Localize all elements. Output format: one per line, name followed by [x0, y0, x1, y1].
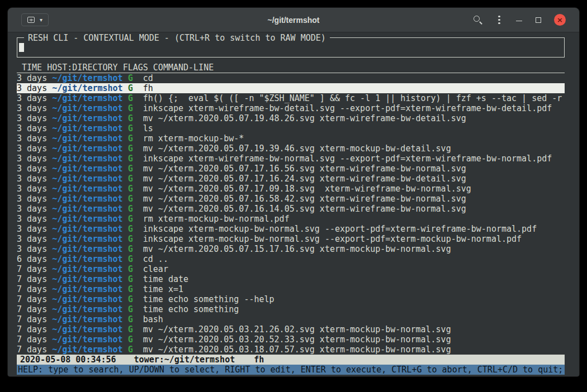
row-time: 3 days — [17, 164, 47, 174]
history-row[interactable]: 3 days ~/git/termshot G mv ~/xterm.2020.… — [17, 194, 565, 204]
row-time: 6 days — [17, 254, 47, 264]
history-row[interactable]: 6 days ~/git/termshot G cd .. — [17, 254, 565, 264]
row-flags: G — [128, 224, 133, 234]
history-row[interactable]: 3 days ~/git/termshot G mv ~/xterm.2020.… — [17, 144, 565, 154]
row-time: 7 days — [17, 284, 47, 294]
history-rows: 3 days ~/git/termshot G cd3 days ~/git/t… — [17, 73, 565, 355]
row-flags: G — [128, 73, 133, 83]
row-command: cd — [143, 73, 153, 83]
history-row[interactable]: 3 days ~/git/termshot G ls — [17, 123, 565, 133]
row-time: 7 days — [17, 345, 47, 355]
row-time: 3 days — [17, 154, 47, 164]
close-button[interactable]: × — [554, 14, 566, 26]
row-time: 3 days — [17, 144, 47, 154]
status-datetime: 2020-05-08 00:34:56 — [20, 355, 116, 365]
row-command: mv ~/xterm.2020.05.03.21.26.02.svg xterm… — [143, 324, 451, 334]
history-row[interactable]: 3 days ~/git/termshot G inkscape xterm-m… — [17, 234, 565, 244]
row-command: fh() {; eval $( ([ -n "$ZSH_NAME" ] && f… — [143, 93, 562, 103]
row-flags: G — [128, 214, 133, 224]
row-host-dir: ~/git/termshot — [52, 254, 122, 264]
row-flags: G — [128, 83, 133, 93]
row-host-dir: ~/git/termshot — [52, 73, 122, 83]
row-command: rm xterm-mockup-bw-* — [143, 133, 244, 144]
row-host-dir: ~/git/termshot — [52, 113, 122, 123]
chevron-down-icon: ▾ — [40, 17, 42, 23]
row-host-dir: ~/git/termshot — [52, 123, 122, 133]
row-command: mv ~/xterm.2020.05.03.18.07.57.svg xterm… — [143, 345, 451, 355]
row-time: 3 days — [17, 224, 47, 234]
history-row[interactable]: 7 days ~/git/termshot G mv ~/xterm.2020.… — [17, 334, 565, 345]
row-host-dir: ~/git/termshot — [52, 214, 122, 224]
history-row[interactable]: 3 days ~/git/termshot G mv ~/xterm.2020.… — [17, 184, 565, 194]
column-headers: TIME HOST:DIRECTORY FLAGS COMMAND-LINE — [17, 63, 565, 73]
history-row[interactable]: 7 days ~/git/termshot G mv ~/xterm.2020.… — [17, 324, 565, 334]
row-flags: G — [128, 194, 133, 204]
history-row[interactable]: 7 days ~/git/termshot G bash — [17, 314, 565, 324]
history-row[interactable]: 3 days ~/git/termshot G cd — [17, 73, 565, 83]
row-host-dir: ~/git/termshot — [52, 144, 122, 154]
row-time: 7 days — [17, 274, 47, 284]
row-command: mv ~/xterm.2020.05.07.19.48.26.svg xterm… — [143, 113, 466, 123]
kebab-menu-icon[interactable] — [495, 16, 503, 24]
close-icon: × — [557, 16, 563, 23]
row-time: 7 days — [17, 304, 47, 314]
row-command: ls — [143, 123, 153, 133]
row-host-dir: ~/git/termshot — [52, 264, 122, 274]
history-row[interactable]: 7 days ~/git/termshot G time date — [17, 274, 565, 284]
status-bar: 2020-05-08 00:34:56 tower:~/git/termshot… — [17, 355, 565, 365]
row-time: 3 days — [17, 204, 47, 214]
history-row[interactable]: 7 days ~/git/termshot G time echo someth… — [17, 304, 565, 314]
row-flags: G — [128, 154, 133, 164]
history-row[interactable]: 3 days ~/git/termshot G mv ~/xterm.2020.… — [17, 164, 565, 174]
minimize-button[interactable] — [516, 16, 523, 24]
row-command: time echo something — [143, 304, 239, 314]
new-tab-button[interactable]: ▾ — [21, 13, 49, 26]
row-time: 3 days — [17, 123, 47, 133]
history-row[interactable]: 7 days ~/git/termshot G time echo someth… — [17, 294, 565, 304]
row-time: 7 days — [17, 334, 47, 345]
history-row[interactable]: 3 days ~/git/termshot G mv ~/xterm.2020.… — [17, 174, 565, 184]
row-time: 3 days — [17, 93, 47, 103]
row-time: 7 days — [17, 264, 47, 274]
history-row[interactable]: 3 days ~/git/termshot G mv ~/xterm.2020.… — [17, 244, 565, 254]
history-row[interactable]: 3 days ~/git/termshot G inkscape xterm-m… — [17, 224, 565, 234]
row-flags: G — [128, 113, 133, 123]
history-row[interactable]: 3 days ~/git/termshot G rm xterm-mockup-… — [17, 214, 565, 224]
row-time: 7 days — [17, 294, 47, 304]
row-time: 3 days — [17, 194, 47, 204]
titlebar[interactable]: ▾ ~/git/termshot × — [8, 8, 579, 32]
history-row[interactable]: 7 days ~/git/termshot G mv ~/xterm.2020.… — [17, 345, 565, 355]
row-host-dir: ~/git/termshot — [52, 204, 122, 214]
row-flags: G — [128, 93, 133, 103]
history-row[interactable]: 3 days ~/git/termshot G inkscape xterm-w… — [17, 103, 565, 113]
history-row-selected[interactable]: 3 days ~/git/termshot G fh — [17, 83, 565, 93]
history-row[interactable]: 3 days ~/git/termshot G inkscape xterm-w… — [17, 154, 565, 164]
row-host-dir: ~/git/termshot — [52, 93, 122, 103]
restore-button[interactable] — [536, 17, 541, 23]
row-time: 3 days — [17, 103, 47, 113]
row-host-dir: ~/git/termshot — [52, 103, 122, 113]
row-flags: G — [128, 284, 133, 294]
history-row[interactable]: 7 days ~/git/termshot G time x=1 — [17, 284, 565, 294]
text-cursor — [19, 43, 24, 52]
row-host-dir: ~/git/termshot — [52, 164, 122, 174]
history-row[interactable]: 3 days ~/git/termshot G mv ~/xterm.2020.… — [17, 204, 565, 214]
terminal-window: ▾ ~/git/termshot × RESH CLI - CONTEXTUAL… — [8, 8, 579, 376]
row-time: 3 days — [17, 244, 47, 254]
row-time: 3 days — [17, 184, 47, 194]
row-flags: G — [128, 144, 133, 154]
row-flags: G — [128, 345, 133, 355]
search-icon[interactable] — [473, 15, 482, 25]
row-host-dir: ~/git/termshot — [52, 184, 122, 194]
row-flags: G — [128, 234, 133, 244]
history-row[interactable]: 3 days ~/git/termshot G mv ~/xterm.2020.… — [17, 113, 565, 123]
search-box[interactable]: RESH CLI - CONTEXTUAL MODE - (CTRL+R to … — [17, 37, 565, 58]
row-time: 7 days — [17, 324, 47, 334]
row-flags: G — [128, 184, 133, 194]
history-row[interactable]: 3 days ~/git/termshot G fh() {; eval $( … — [17, 93, 565, 103]
history-row[interactable]: 7 days ~/git/termshot G clear — [17, 264, 565, 274]
row-time: 3 days — [17, 83, 47, 93]
row-host-dir: ~/git/termshot — [52, 304, 122, 314]
terminal-content[interactable]: RESH CLI - CONTEXTUAL MODE - (CTRL+R to … — [8, 32, 579, 376]
history-row[interactable]: 3 days ~/git/termshot G rm xterm-mockup-… — [17, 133, 565, 144]
